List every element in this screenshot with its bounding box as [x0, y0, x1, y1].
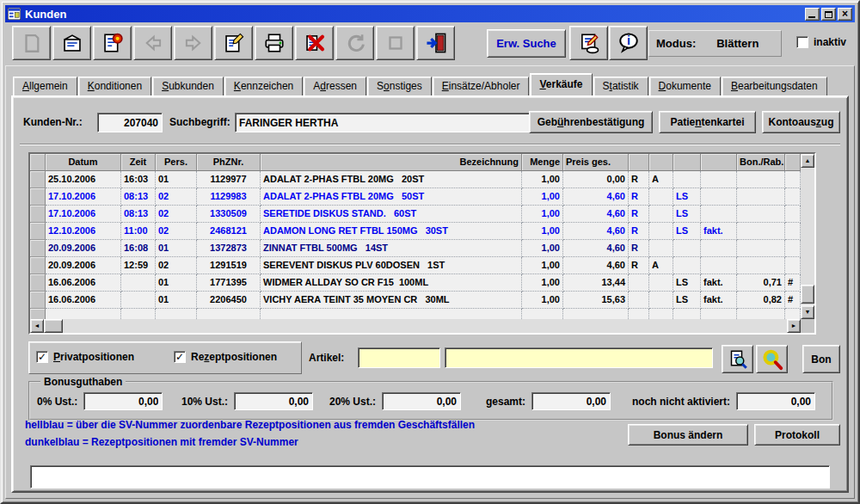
tab-subkunden[interactable]: Subkunden	[152, 77, 224, 95]
tab-kennzeichen[interactable]: Kennzeichen	[224, 77, 303, 95]
table-row[interactable]: 20.09.200616:08011372873ZINNAT FTBL 500M…	[30, 240, 801, 257]
inaktiv-checkbox-box[interactable]	[796, 36, 808, 48]
patientenkartei-button[interactable]: Patientenkartei	[659, 111, 756, 133]
cell-bon	[737, 171, 785, 188]
bonus-field-input[interactable]	[234, 392, 313, 410]
cell-phznr: 1372873	[197, 240, 261, 257]
cell-menge: 1,00	[522, 274, 563, 292]
open-letter-icon[interactable]	[52, 26, 91, 60]
horizontal-scrollbar[interactable]: ◄ ►	[30, 319, 801, 333]
minimize-button[interactable]	[805, 8, 820, 21]
tab-konditionen[interactable]: Konditionen	[78, 77, 151, 95]
legend-line2: dunkelblau = Rezeptpositionen mit fremde…	[25, 436, 298, 448]
cell-preis	[563, 309, 629, 319]
document-magnifier-icon[interactable]	[722, 345, 753, 373]
list-seal-icon[interactable]	[93, 26, 132, 60]
cell-zeit: 11:00	[121, 223, 156, 240]
tab-dokumente[interactable]: Dokumente	[649, 77, 721, 95]
bonus-field-input[interactable]	[83, 392, 163, 410]
cell-datum	[46, 309, 121, 319]
tab-adressen[interactable]: Adressen	[304, 77, 366, 95]
cell-r: R	[629, 240, 649, 257]
arrow-right-icon	[174, 26, 212, 60]
tab-allgemein[interactable]: Allgemein	[13, 77, 77, 95]
privat-checkbox-box[interactable]: ✓	[36, 351, 48, 363]
cell-bon	[737, 206, 785, 223]
scrollbar-corner	[801, 319, 814, 333]
cell-hash: #	[785, 292, 801, 309]
cell-sel	[30, 188, 46, 206]
bonus-field-input[interactable]	[382, 392, 461, 410]
scroll-right-icon[interactable]: ►	[787, 319, 801, 333]
bonus-field-3: gesamt:	[486, 392, 611, 410]
table-row[interactable]: 16.06.2006011771395WIDMER ALLDAY SO CR F…	[30, 274, 801, 292]
artikel-name-field[interactable]	[445, 347, 713, 368]
cell-bon: 0,71	[737, 274, 785, 292]
magnifier-icon[interactable]	[756, 345, 788, 373]
bonus-field-input[interactable]	[736, 392, 815, 410]
cell-r: R	[629, 188, 649, 206]
tab-verk-ufe[interactable]: Verkäufe	[530, 73, 592, 95]
table-empty-row[interactable]	[30, 309, 801, 319]
horizontal-scroll-thumb[interactable]	[44, 319, 63, 333]
protokoll-button[interactable]: Protokoll	[754, 424, 840, 446]
inaktiv-label: inaktiv	[814, 36, 846, 48]
tab-eins-tze-abholer[interactable]: Einsätze/Abholer	[433, 77, 530, 95]
cell-phznr: 1129983	[197, 188, 261, 206]
tab-bearbeitungsdaten[interactable]: Bearbeitungsdaten	[722, 77, 827, 95]
table-row[interactable]: 17.10.200608:13021330509SERETIDE DISKUS …	[30, 206, 801, 223]
title-bar: Kunden ×	[5, 5, 855, 22]
printer-icon[interactable]	[255, 26, 293, 60]
cell-a	[649, 223, 673, 240]
rezeptpositionen-checkbox[interactable]: ✓ Rezeptpositionen	[174, 351, 277, 363]
tab-statistik[interactable]: Statistik	[593, 77, 648, 95]
bonus-field-input[interactable]	[531, 392, 611, 410]
table-row[interactable]: 12.10.200611:00022468121ADAMON LONG RET …	[30, 223, 801, 240]
cell-zeit	[121, 309, 156, 319]
cell-bez	[261, 309, 522, 319]
info-balloon-icon[interactable]: i	[609, 26, 648, 60]
erw-suche-button[interactable]: Erw. Suche	[487, 29, 566, 58]
tab-sonstiges[interactable]: Sonstiges	[367, 77, 432, 95]
vertical-scrollbar[interactable]: ▲ ▼	[801, 154, 814, 319]
kunden-nr-field[interactable]	[97, 113, 163, 132]
table-row[interactable]: 25.10.200616:03011129977ADALAT 2-PHAS FT…	[30, 171, 801, 188]
header-cell-datum: Datum	[46, 154, 121, 171]
gebuehrenbestaetigung-button[interactable]: Gebührenbestätigung	[529, 111, 653, 133]
cell-phznr: 1330509	[197, 206, 261, 223]
privatpositionen-checkbox[interactable]: ✓ Privatpositionen	[36, 351, 134, 363]
maximize-button[interactable]	[821, 8, 836, 21]
table-row[interactable]: 16.06.2006012206450VICHY AERA TEINT 35 M…	[30, 292, 801, 309]
cell-r: R	[629, 171, 649, 188]
cell-ls: LS	[673, 274, 701, 292]
cell-fakt	[701, 257, 737, 274]
modus-panel: Modus: Blättern	[648, 30, 782, 57]
close-button[interactable]: ×	[838, 8, 852, 21]
exit-door-icon[interactable]	[416, 26, 455, 60]
cell-sel	[30, 274, 46, 292]
bottom-message-field[interactable]	[30, 465, 830, 489]
bon-button[interactable]: Bon	[802, 345, 840, 373]
new-record-icon[interactable]	[12, 26, 51, 60]
cell-datum: 17.10.2006	[46, 188, 121, 206]
inaktiv-checkbox[interactable]: inaktiv	[796, 36, 846, 48]
scroll-down-icon[interactable]: ▼	[801, 305, 814, 319]
vertical-scroll-thumb[interactable]	[801, 285, 814, 304]
bonus-field-1: 10% Ust.:	[181, 392, 313, 410]
kontoauszug-button[interactable]: Kontoauszug	[762, 111, 840, 133]
bonus-aendern-button[interactable]: Bonus ändern	[628, 424, 748, 446]
table-header-row: DatumZeitPers.PhZNr.BezeichnungMengePrei…	[30, 154, 801, 171]
scroll-up-icon[interactable]: ▲	[801, 154, 814, 168]
refresh-icon	[335, 26, 374, 60]
table-row[interactable]: 17.10.200608:13021129983ADALAT 2-PHAS FT…	[30, 188, 801, 206]
table-row[interactable]: 20.09.200612:59021291519SEREVENT DISKUS …	[30, 257, 801, 274]
edit-document-icon[interactable]	[214, 26, 253, 60]
note-edit-icon[interactable]	[569, 26, 608, 60]
scroll-left-icon[interactable]: ◄	[30, 319, 44, 333]
suchbegriff-field[interactable]	[235, 113, 531, 132]
artikel-code-field[interactable]	[358, 347, 440, 368]
delete-record-icon[interactable]	[295, 26, 334, 60]
cell-bez: ADALAT 2-PHAS FTBL 20MG 50ST	[261, 188, 522, 206]
rezept-checkbox-box[interactable]: ✓	[174, 351, 186, 363]
cell-r	[629, 309, 649, 319]
